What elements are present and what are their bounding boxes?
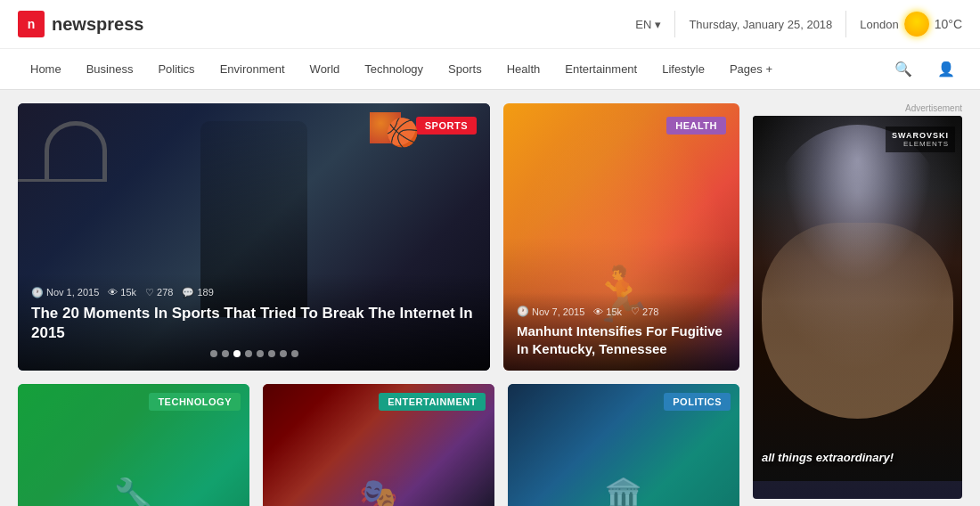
search-icon[interactable]: 🔍 [887, 53, 919, 85]
featured-health-card[interactable]: 🏃 HEALTH 🕐 Nov 7, 2015 👁 15k ♡ 278 Manhu… [503, 103, 739, 371]
politics-badge: POLITICS [664, 393, 731, 411]
dot-2[interactable] [222, 350, 229, 357]
card2-title: Manhunt Intensifies For Fugitive In Kent… [517, 322, 726, 357]
logo-icon: n [18, 11, 45, 37]
nav-environment[interactable]: Environment [208, 50, 298, 88]
logo-text[interactable]: newspress [52, 14, 143, 35]
header-right: EN ▾ Thursday, January 25, 2018 London 1… [635, 11, 962, 37]
card1-meta: 🕐 Nov 1, 2015 👁 15k ♡ 278 💬 189 [31, 287, 477, 298]
nav-lifestyle[interactable]: Lifestyle [649, 50, 717, 88]
lang-label: EN [635, 18, 651, 31]
dot-7[interactable] [280, 350, 287, 357]
lang-selector[interactable]: EN ▾ [635, 18, 661, 31]
ad-box[interactable]: SWAROVSKI ELEMENTS all things extraordin… [753, 116, 962, 499]
health-badge: HEALTH [666, 117, 726, 135]
divider-2 [845, 11, 846, 37]
featured-sports-card[interactable]: SPORTS 🕐 Nov 1, 2015 👁 15k ♡ 278 💬 189 T… [18, 103, 490, 371]
bottom-row: 🔧 TECHNOLOGY 🎭 ENTERTAINMENT 🏛️ POLITICS [18, 384, 739, 506]
card2-overlay: 🕐 Nov 7, 2015 👁 15k ♡ 278 Manhunt Intens… [503, 292, 739, 371]
dot-4[interactable] [245, 350, 252, 357]
nav-pages[interactable]: Pages + [717, 50, 785, 88]
nav-home[interactable]: Home [18, 50, 74, 88]
navbar: Home Business Politics Environment World… [0, 49, 980, 90]
card2-clock: 🕐 Nov 7, 2015 [517, 306, 584, 317]
ad-tagline: all things extraordinary! [762, 451, 894, 464]
tech-badge: TECHNOLOGY [149, 393, 241, 411]
carousel-dots[interactable] [31, 350, 477, 357]
sidebar: Advertisement SWAROVSKI ELEMENTS all thi… [753, 103, 962, 506]
dot-6[interactable] [268, 350, 275, 357]
nav-links: Home Business Politics Environment World… [18, 50, 785, 88]
dot-1[interactable] [210, 350, 217, 357]
bottom-politics-card[interactable]: 🏛️ POLITICS [508, 384, 739, 506]
card1-overlay: 🕐 Nov 1, 2015 👁 15k ♡ 278 💬 189 The 20 M… [18, 273, 490, 371]
divider-1 [674, 11, 675, 37]
ad-brand-1: SWAROVSKI [892, 131, 949, 140]
date-display: Thursday, January 25, 2018 [689, 18, 832, 31]
bottom-entertain-card[interactable]: 🎭 ENTERTAINMENT [263, 384, 494, 506]
card1-clock-icon: 🕐 Nov 1, 2015 [31, 287, 99, 298]
nav-business[interactable]: Business [74, 50, 146, 88]
featured-row: SPORTS 🕐 Nov 1, 2015 👁 15k ♡ 278 💬 189 T… [18, 103, 739, 371]
nav-health[interactable]: Health [494, 50, 553, 88]
card1-comments: 💬 189 [182, 287, 213, 298]
card2-meta: 🕐 Nov 7, 2015 👁 15k ♡ 278 [517, 306, 726, 317]
dot-5[interactable] [257, 350, 264, 357]
temperature: 10°C [935, 17, 962, 31]
nav-politics[interactable]: Politics [145, 50, 207, 88]
dot-8[interactable] [291, 350, 298, 357]
logo-area[interactable]: n newspress [18, 11, 143, 37]
dot-3[interactable] [233, 350, 241, 357]
ad-label: Advertisement [753, 103, 962, 113]
sports-badge: SPORTS [416, 117, 477, 135]
ad-brand-2: ELEMENTS [892, 140, 949, 148]
card1-views: 👁 15k [108, 287, 136, 298]
bottom-tech-card[interactable]: 🔧 TECHNOLOGY [18, 384, 249, 506]
card1-title: The 20 Moments In Sports That Tried To B… [31, 304, 477, 343]
weather-icon [904, 12, 929, 37]
nav-world[interactable]: World [298, 50, 353, 88]
header: n newspress EN ▾ Thursday, January 25, 2… [0, 0, 980, 49]
content-area: SPORTS 🕐 Nov 1, 2015 👁 15k ♡ 278 💬 189 T… [0, 90, 980, 506]
weather-area: London 10°C [860, 12, 962, 37]
nav-sports[interactable]: Sports [436, 50, 494, 88]
card2-likes: ♡ 278 [631, 306, 658, 317]
main-grid: SPORTS 🕐 Nov 1, 2015 👁 15k ♡ 278 💬 189 T… [18, 103, 739, 506]
nav-technology[interactable]: Technology [352, 50, 436, 88]
nav-entertainment[interactable]: Entertainment [552, 50, 649, 88]
lang-arrow: ▾ [655, 18, 661, 31]
logo-letter: n [28, 17, 36, 31]
user-icon[interactable]: 👤 [930, 53, 962, 85]
city-label: London [860, 18, 898, 31]
card2-views: 👁 15k [593, 306, 622, 317]
card1-likes: ♡ 278 [145, 287, 173, 298]
entertain-badge: ENTERTAINMENT [379, 393, 486, 411]
nav-icons: 🔍 👤 [887, 53, 962, 85]
